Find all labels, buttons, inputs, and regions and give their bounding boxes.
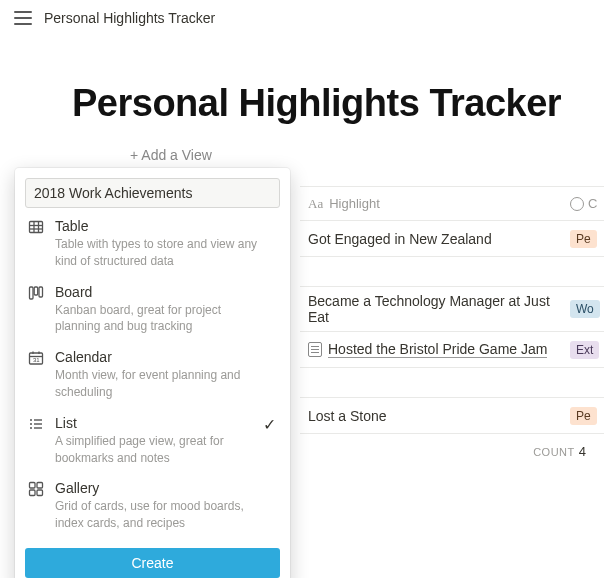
svg-point-13 xyxy=(30,419,32,421)
view-option-name: Gallery xyxy=(55,480,278,496)
svg-rect-19 xyxy=(30,483,36,489)
svg-rect-22 xyxy=(37,490,43,496)
menu-icon[interactable] xyxy=(14,11,32,25)
cell-category[interactable]: Pe xyxy=(570,407,604,425)
board-icon xyxy=(27,284,45,302)
table-icon xyxy=(27,218,45,236)
list-icon xyxy=(27,415,45,433)
table-header: Aa Highlight C xyxy=(300,187,604,221)
view-option-name: Table xyxy=(55,218,278,234)
table-row[interactable]: Lost a StonePe xyxy=(300,398,604,434)
category-tag: Ext xyxy=(570,341,599,359)
gallery-icon xyxy=(27,480,45,498)
table-row[interactable]: Got Engaged in New ZealandPe xyxy=(300,221,604,257)
view-name-input[interactable] xyxy=(25,178,280,208)
svg-point-15 xyxy=(30,423,32,425)
view-option-list[interactable]: ListA simplified page view, great for bo… xyxy=(25,405,280,471)
table-row[interactable] xyxy=(300,368,604,398)
svg-rect-16 xyxy=(34,423,42,424)
svg-text:31: 31 xyxy=(33,357,40,363)
check-icon: ✓ xyxy=(263,415,276,434)
view-option-desc: Table with types to store and view any k… xyxy=(55,234,265,270)
column-header-category[interactable]: C xyxy=(570,196,604,211)
category-tag: Pe xyxy=(570,407,597,425)
view-option-gallery[interactable]: GalleryGrid of cards, use for mood board… xyxy=(25,470,280,536)
text-property-icon: Aa xyxy=(308,196,323,212)
cell-highlight[interactable]: Became a Technology Manager at Just Eat xyxy=(300,287,570,331)
count-label: COUNT xyxy=(533,446,575,458)
table-row[interactable] xyxy=(300,257,604,287)
view-option-name: Board xyxy=(55,284,278,300)
svg-point-17 xyxy=(30,427,32,429)
add-view-button[interactable]: + Add a View xyxy=(130,147,212,163)
row-title: Got Engaged in New Zealand xyxy=(308,231,492,247)
breadcrumb-title[interactable]: Personal Highlights Tracker xyxy=(44,10,215,26)
column-header-highlight[interactable]: Aa Highlight xyxy=(300,196,570,212)
cell-category[interactable]: Pe xyxy=(570,230,604,248)
cell-highlight[interactable]: Got Engaged in New Zealand xyxy=(300,225,570,253)
view-option-board[interactable]: BoardKanban board, great for project pla… xyxy=(25,274,280,340)
view-option-name: List xyxy=(55,415,278,431)
svg-rect-0 xyxy=(30,222,43,233)
view-option-desc: A simplified page view, great for bookma… xyxy=(55,431,265,467)
cell-category[interactable]: Wo xyxy=(570,300,604,318)
row-title: Hosted the Bristol Pride Game Jam xyxy=(328,341,547,358)
svg-rect-5 xyxy=(30,287,34,299)
page-icon xyxy=(308,342,322,357)
view-option-desc: Month view, for event planning and sched… xyxy=(55,365,265,401)
topbar: Personal Highlights Tracker xyxy=(0,0,604,36)
view-option-desc: Grid of cards, use for mood boards, inde… xyxy=(55,496,265,532)
category-tag: Wo xyxy=(570,300,600,318)
svg-rect-21 xyxy=(30,490,36,496)
cell-highlight[interactable]: Hosted the Bristol Pride Game Jam xyxy=(300,335,570,364)
cell-highlight[interactable]: Lost a Stone xyxy=(300,402,570,430)
row-title: Lost a Stone xyxy=(308,408,387,424)
svg-rect-6 xyxy=(34,287,38,295)
view-option-calendar[interactable]: 31CalendarMonth view, for event planning… xyxy=(25,339,280,405)
create-button[interactable]: Create xyxy=(25,548,280,578)
page-title: Personal Highlights Tracker xyxy=(0,36,604,143)
count-summary: COUNT4 xyxy=(300,434,604,459)
calendar-icon: 31 xyxy=(27,349,45,367)
column-header-label: Highlight xyxy=(329,196,380,211)
svg-rect-7 xyxy=(39,287,43,297)
column-header-label: C xyxy=(588,196,597,211)
cell-category[interactable]: Ext xyxy=(570,341,604,359)
table: Aa Highlight C Got Engaged in New Zealan… xyxy=(300,186,604,459)
view-option-table[interactable]: TableTable with types to store and view … xyxy=(25,208,280,274)
category-tag: Pe xyxy=(570,230,597,248)
view-option-name: Calendar xyxy=(55,349,278,365)
row-title: Became a Technology Manager at Just Eat xyxy=(308,293,562,325)
add-view-popup: TableTable with types to store and view … xyxy=(15,168,290,578)
table-row[interactable]: Hosted the Bristol Pride Game JamExt xyxy=(300,332,604,368)
gear-icon xyxy=(570,197,584,211)
svg-rect-14 xyxy=(34,419,42,420)
svg-rect-20 xyxy=(37,483,43,489)
view-option-desc: Kanban board, great for project planning… xyxy=(55,300,265,336)
svg-rect-18 xyxy=(34,427,42,428)
table-row[interactable]: Became a Technology Manager at Just EatW… xyxy=(300,287,604,332)
count-value: 4 xyxy=(575,444,586,459)
